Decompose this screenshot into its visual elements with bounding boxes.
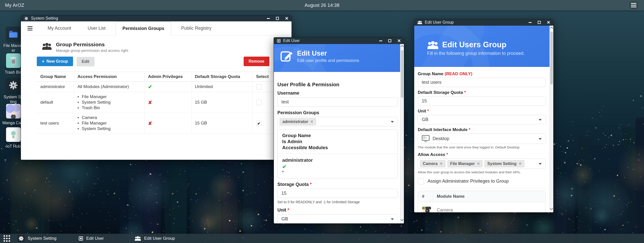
desktop-icon-manga-cafe[interactable]: Manga Cafe — [6, 104, 21, 125]
tab-my-account[interactable]: My Account — [41, 21, 78, 35]
checkmark-icon: ✔ — [257, 121, 261, 125]
maximize-icon[interactable] — [276, 17, 279, 20]
tag-system-setting[interactable]: System Setting✕ — [485, 160, 524, 167]
username-input[interactable] — [277, 97, 398, 107]
default-interface-module-select[interactable]: Desktop — [418, 134, 546, 144]
unit-select[interactable]: GB — [277, 214, 398, 224]
scroll-up-icon[interactable] — [550, 27, 553, 30]
window-title: Edit User — [283, 38, 300, 43]
minimize-icon[interactable] — [379, 40, 382, 41]
scrollbar[interactable] — [550, 26, 553, 212]
select-checkbox[interactable] — [256, 100, 262, 105]
desktop-icon-iot-hub[interactable]: IoT Hub — [6, 127, 21, 149]
hamburger-icon[interactable] — [629, 2, 638, 9]
divider — [418, 188, 546, 188]
taskbar-item-edit-user[interactable]: Edit User — [79, 236, 104, 241]
new-group-button[interactable]: +New Group — [37, 57, 73, 66]
system-setting-titlebar[interactable]: System Setting ✕ — [21, 15, 292, 21]
access-permission-cell: All Modules (Administrator) — [74, 82, 144, 92]
gear-icon — [19, 236, 24, 241]
remove-group-button[interactable]: Remove — [244, 57, 269, 66]
maximize-icon[interactable] — [388, 39, 391, 42]
close-icon[interactable]: ✕ — [285, 16, 288, 21]
minimize-icon[interactable] — [267, 18, 270, 19]
module-icon-cell — [418, 202, 433, 213]
module-name-cell: Camera — [433, 202, 545, 213]
module-column-header: # — [418, 191, 433, 202]
access-module-item: File Manager — [78, 120, 141, 126]
edit-user-window: Edit User ✕ Edit User Edit user profile … — [274, 37, 404, 224]
access-permission-cell: File ManagerSystem SettingTrash Bin — [74, 92, 144, 113]
tag-file-manager[interactable]: File Manager✕ — [447, 160, 483, 167]
desktop-icon-trash-bin[interactable]: Trash Bin — [6, 53, 21, 75]
window-title: System Setting — [31, 16, 58, 21]
summary-header-accessible-modules: Accessible Modules — [282, 145, 393, 151]
chevron-down-icon — [539, 119, 542, 121]
tab-public-registry[interactable]: Public Registry — [175, 21, 218, 35]
group-actions: +New Group Edit Remove — [37, 57, 291, 66]
taskbar-item-system-setting[interactable]: System Setting — [18, 235, 56, 242]
select-checkbox[interactable]: ✔ — [256, 120, 262, 126]
group-permissions-panel: Group Permissions Manage group permissio… — [21, 35, 292, 134]
allow-access-multiselect[interactable]: Camera✕File Manager✕System Setting✕ — [418, 158, 546, 169]
lightbulb-icon — [6, 127, 21, 142]
apps-grid-icon[interactable] — [4, 235, 10, 242]
taskbar-item-edit-user-group[interactable]: Edit User Group — [135, 236, 175, 241]
camera-module-icon — [422, 206, 431, 213]
close-icon[interactable]: ✕ — [397, 39, 401, 43]
tag-label: Camera — [423, 161, 438, 166]
desktop-monitor-icon — [422, 135, 430, 142]
remove-tag-icon[interactable]: ✕ — [477, 162, 480, 166]
edit-group-button[interactable]: Edit — [77, 57, 94, 66]
group-name-input[interactable] — [418, 78, 546, 87]
tab-user-list[interactable]: User List — [81, 21, 112, 35]
summary-header-is-admin: Is Admin — [282, 139, 393, 145]
module-table-wrapper: #Module Name Camera — [418, 191, 546, 213]
allow-access-note: Allow this user group to access the sele… — [418, 170, 546, 174]
desktop-icon-file-manager[interactable]: File Manager — [6, 27, 21, 53]
scrollbar-thumb[interactable] — [550, 32, 553, 85]
scrollbar[interactable] — [400, 44, 404, 223]
minimize-icon[interactable] — [529, 22, 532, 23]
unit-select[interactable]: GB — [418, 115, 546, 124]
tag-camera[interactable]: Camera✕ — [420, 160, 445, 167]
maximize-icon[interactable] — [538, 21, 541, 24]
cross-icon: ✘ — [148, 100, 152, 105]
section-title: Group Permissions — [56, 42, 128, 48]
group-name-label: Group Name (READ ONLY) — [418, 71, 546, 76]
trash-icon — [6, 53, 21, 68]
admin-privilege-row: Assign Administrator Privileges to Group — [418, 178, 546, 184]
storage-quota-note: Set to 0 for READONLY and -1 for Unlimit… — [277, 200, 398, 204]
remove-tag-icon[interactable]: ✕ — [310, 120, 313, 124]
desktop-icon-system-setting[interactable]: System Seting — [6, 78, 21, 104]
select-checkbox[interactable] — [256, 84, 262, 90]
tab-permission-groups[interactable]: Permission Groups — [116, 21, 171, 35]
close-icon[interactable]: ✕ — [547, 20, 550, 25]
unit-label: Unit — [418, 109, 546, 114]
admin-privilege-checkbox[interactable] — [418, 178, 424, 184]
start-menu-label[interactable]: My ArOZ — [5, 3, 24, 8]
group-name-cell: administrator — [37, 82, 74, 92]
scroll-up-icon[interactable] — [401, 45, 404, 48]
remove-tag-icon[interactable]: ✕ — [440, 162, 443, 166]
storage-quota-cell: 15 GB — [191, 92, 252, 113]
form-section-title: User Profile & Permission — [277, 82, 398, 88]
check-icon: ✔ — [148, 84, 152, 90]
edit-user-titlebar[interactable]: Edit User ✕ — [274, 37, 404, 44]
scroll-down-icon[interactable] — [550, 207, 553, 210]
column-header-default-storage-quota: Default Storage Quota — [191, 72, 252, 82]
default-interface-module-label: Default Interface Module — [418, 127, 546, 132]
group-name-cell: default — [37, 92, 74, 113]
access-module-item: File Manager — [78, 94, 141, 100]
permission-groups-multiselect[interactable]: administrator✕ — [277, 117, 398, 126]
edit-user-group-titlebar[interactable]: Edit User Group ✕ — [414, 19, 553, 26]
scrollbar-thumb[interactable] — [401, 50, 403, 98]
remove-tag-icon[interactable]: ✕ — [519, 162, 522, 166]
module-column-header: Module Name — [433, 191, 545, 202]
default-storage-quota-input[interactable] — [418, 96, 546, 106]
tag-administrator[interactable]: administrator✕ — [280, 118, 316, 125]
scroll-down-icon[interactable] — [400, 218, 404, 221]
admin-privileges-cell: ✔ — [144, 82, 191, 92]
menu-toggle-icon[interactable] — [27, 26, 33, 30]
storage-quota-input[interactable] — [277, 189, 398, 198]
